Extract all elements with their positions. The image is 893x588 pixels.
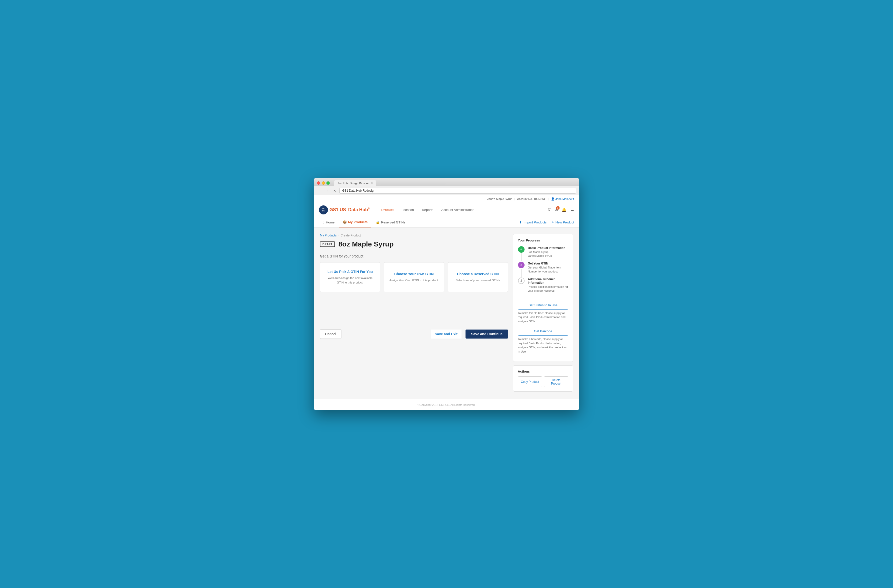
sub-nav: ⌂ Home 📦 My Products 🔒 Reserved GTINs ⬆ … — [314, 217, 579, 228]
mail-icon[interactable]: ✉ 2 — [555, 208, 558, 212]
main-panel: My Products › Create Product DRAFT 8oz M… — [320, 234, 508, 392]
main-nav-items: Product Location Reports Account Adminis… — [377, 205, 548, 215]
step-1-indicator: ✓ — [518, 246, 525, 253]
account-number: Account No. 10259433 — [517, 197, 546, 200]
sub-nav-my-products[interactable]: 📦 My Products — [339, 217, 371, 227]
delete-product-button[interactable]: Delete Product — [544, 376, 568, 387]
sub-nav-reserved-gtins[interactable]: 🔒 Reserved GTINs — [372, 217, 409, 227]
actions-card: Actions Copy Product Delete Product — [513, 365, 573, 392]
nav-item-reports[interactable]: Reports — [418, 205, 437, 215]
page-title: 8oz Maple Syrup — [338, 240, 394, 248]
chevron-down-icon: ▾ — [573, 197, 574, 201]
gtin-card-own-title: Choose Your Own GTIN — [394, 272, 433, 276]
minimize-button[interactable] — [322, 181, 325, 185]
browser-tab[interactable]: Joe Fritz: Design Director ✕ — [334, 180, 376, 186]
nav-item-product[interactable]: Product — [377, 205, 397, 215]
company-name: Jane's Maple Syrup — [487, 197, 512, 200]
browser-toolbar: ← → ✕ — [314, 186, 579, 195]
nav-item-account[interactable]: Account Administration — [437, 205, 478, 215]
actions-buttons: Copy Product Delete Product — [518, 376, 568, 387]
main-nav: GS1 US GS1 US Data Hub® Product Location… — [314, 203, 579, 217]
maximize-button[interactable] — [326, 181, 330, 185]
brand-accent: Data Hub® — [348, 207, 370, 212]
cloud-icon[interactable]: ☁ — [570, 208, 574, 212]
progress-steps: ✓ Basic Product Information 8oz Maple Sy… — [518, 246, 568, 297]
right-panel: Your Progress ✓ Basic Product Informatio… — [513, 234, 573, 392]
home-icon: ⌂ — [322, 220, 325, 224]
plus-icon: + — [552, 220, 554, 224]
logo: GS1 US GS1 US Data Hub® — [319, 203, 370, 217]
lock-icon: 🔒 — [376, 220, 380, 224]
status-badge: DRAFT — [320, 241, 335, 247]
gtin-card-reserved[interactable]: Choose a Reserved GTIN Select one of you… — [448, 262, 508, 292]
gtin-cards: Let Us Pick A GTIN For You We'll auto-as… — [320, 262, 508, 292]
bottom-actions: Cancel Save and Exit Save and Continue — [320, 324, 508, 339]
breadcrumb-current: Create Product — [341, 234, 361, 237]
progress-step-3: 2 Additional Product Information Provide… — [518, 277, 568, 297]
breadcrumb-separator: › — [338, 234, 339, 237]
traffic-lights — [317, 181, 330, 185]
tab-title: Joe Fritz: Design Director — [338, 182, 369, 185]
brand-name: GS1 US — [329, 207, 347, 212]
back-button[interactable]: ← — [317, 188, 322, 193]
gtin-card-auto[interactable]: Let Us Pick A GTIN For You We'll auto-as… — [320, 262, 380, 292]
user-name: Jane Malone — [555, 197, 572, 200]
set-status-button[interactable]: Set Status to In Use — [518, 301, 568, 310]
progress-step-1: ✓ Basic Product Information 8oz Maple Sy… — [518, 246, 568, 262]
page-footer: ©Copyright 2018 GS1 US. All Rights Reser… — [314, 399, 579, 411]
main-content-area: My Products › Create Product DRAFT 8oz M… — [320, 234, 508, 339]
gtin-card-reserved-desc: Select one of your reserved GTINs — [456, 278, 500, 283]
step-1-detail: 8oz Maple SyrupJane's Maple Syrup — [528, 250, 568, 258]
browser-window: Joe Fritz: Design Director ✕ ← → ✕ Jane'… — [314, 177, 579, 411]
tab-close-icon[interactable]: ✕ — [371, 182, 373, 184]
browser-titlebar: Joe Fritz: Design Director ✕ — [314, 177, 579, 186]
bottom-actions-left: Cancel — [320, 329, 341, 339]
gtin-card-own-desc: Assign Your Own GTIN to this product. — [389, 278, 439, 283]
mail-badge: 2 — [556, 206, 559, 210]
save-continue-button[interactable]: Save and Continue — [466, 329, 508, 338]
nav-item-location[interactable]: Location — [398, 205, 418, 215]
progress-card: Your Progress ✓ Basic Product Informatio… — [513, 234, 573, 362]
step-2-indicator: 2 — [518, 262, 525, 268]
top-bar: Jane's Maple Syrup | Account No. 1025943… — [314, 195, 579, 203]
gtin-section-title: Get a GTIN for your product — [320, 254, 508, 258]
copyright-text: ©Copyright 2018 GS1 US. All Rights Reser… — [418, 403, 475, 406]
forward-button[interactable]: → — [325, 188, 330, 193]
step-3-name: Additional Product Information — [528, 277, 568, 284]
actions-title: Actions — [518, 370, 568, 373]
set-status-note: To make this "In Use" please supply all … — [518, 311, 568, 323]
gtin-card-reserved-title: Choose a Reserved GTIN — [457, 272, 499, 276]
products-icon: 📦 — [343, 220, 347, 224]
save-exit-button[interactable]: Save and Exit — [431, 329, 462, 338]
step-line-2 — [521, 269, 522, 277]
close-button[interactable] — [317, 181, 320, 185]
sub-nav-left: ⌂ Home 📦 My Products 🔒 Reserved GTINs — [319, 217, 409, 227]
page-title-row: DRAFT 8oz Maple Syrup — [320, 240, 508, 248]
gtin-card-own[interactable]: Choose Your Own GTIN Assign Your Own GTI… — [384, 262, 444, 292]
step-3-detail: Provide additional information for your … — [528, 285, 568, 293]
reload-button[interactable]: ✕ — [332, 188, 337, 193]
user-icon: 👤 — [551, 197, 555, 201]
step-1-name: Basic Product Information — [528, 246, 568, 250]
app-content: Jane's Maple Syrup | Account No. 1025943… — [314, 195, 579, 411]
step-line-1 — [521, 253, 522, 262]
import-icon: ⬆ — [519, 220, 522, 224]
breadcrumb: My Products › Create Product — [320, 234, 508, 237]
check-icon[interactable]: ☑ — [548, 208, 551, 212]
cancel-button[interactable]: Cancel — [320, 329, 341, 339]
user-menu[interactable]: 👤 Jane Malone ▾ — [551, 197, 574, 201]
nav-icons: ☑ ✉ 2 🔔 ☁ — [548, 208, 574, 212]
bell-icon[interactable]: 🔔 — [562, 208, 567, 212]
copy-product-button[interactable]: Copy Product — [518, 376, 542, 387]
breadcrumb-parent[interactable]: My Products — [320, 234, 337, 237]
new-product-button[interactable]: + New Product — [552, 220, 574, 224]
step-2-name: Get Your GTIN — [528, 262, 568, 265]
address-bar[interactable] — [340, 188, 576, 194]
sub-nav-home[interactable]: ⌂ Home — [319, 217, 338, 227]
page-body: My Products › Create Product DRAFT 8oz M… — [314, 228, 579, 399]
get-barcode-button[interactable]: Get Barcode — [518, 327, 568, 335]
gtin-card-auto-title: Let Us Pick A GTIN For You — [328, 269, 373, 274]
import-products-button[interactable]: ⬆ Import Products — [519, 220, 547, 224]
gs1-logo-icon: GS1 US — [319, 205, 328, 214]
progress-step-2: 2 Get Your GTIN Get your Global Trade It… — [518, 262, 568, 277]
